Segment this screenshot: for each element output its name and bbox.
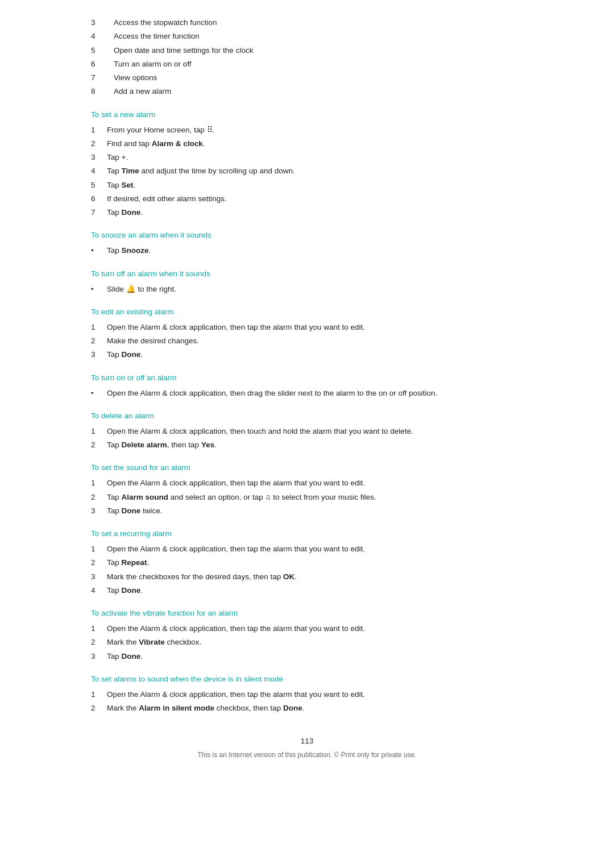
step-number: 1: [91, 124, 107, 136]
step-content: Open the Alarm & clock application, then…: [107, 477, 365, 489]
page-container: 3Access the stopwatch function4Access th…: [0, 0, 614, 868]
step-item: 2Make the desired changes.: [91, 335, 523, 347]
step-item: 1Open the Alarm & clock application, the…: [91, 689, 523, 700]
bullet-content: Tap Snooze.: [107, 245, 151, 256]
section-heading: To delete an alarm: [91, 412, 523, 420]
step-number: 1: [91, 543, 107, 555]
step-item: 1Open the Alarm & clock application, the…: [91, 426, 523, 437]
bullet-content: Slide 🔔 to the right.: [107, 284, 176, 295]
step-number: 4: [91, 585, 107, 596]
steps-list: 1Open the Alarm & clock application, the…: [91, 623, 523, 662]
step-item: 2Tap Repeat.: [91, 557, 523, 568]
step-content: Open the Alarm & clock application, then…: [107, 426, 413, 437]
item-content: Open date and time settings for the cloc…: [114, 45, 253, 56]
step-item: 7Tap Done.: [91, 207, 523, 218]
section-heading: To set alarms to sound when the device i…: [91, 675, 523, 683]
item-content: Access the timer function: [114, 31, 200, 42]
step-content: Open the Alarm & clock application, then…: [107, 543, 365, 555]
step-number: 3: [91, 571, 107, 583]
section-heading: To snooze an alarm when it sounds: [91, 231, 523, 239]
step-content: Mark the Vibrate checkbox.: [107, 637, 201, 648]
step-number: 2: [91, 439, 107, 451]
page-number: 113: [91, 737, 523, 745]
step-number: 2: [91, 138, 107, 149]
step-content: Find and tap Alarm & clock.: [107, 138, 205, 149]
step-content: Tap Repeat.: [107, 557, 149, 568]
step-item: 2Mark the Vibrate checkbox.: [91, 637, 523, 648]
step-item: 1Open the Alarm & clock application, the…: [91, 477, 523, 489]
step-number: 1: [91, 322, 107, 333]
intro-list: 3Access the stopwatch function4Access th…: [91, 17, 523, 98]
step-content: Tap +.: [107, 152, 128, 163]
step-content: Make the desired changes.: [107, 335, 199, 347]
step-item: 3Tap Done twice.: [91, 505, 523, 517]
step-number: 2: [91, 703, 107, 714]
item-number: 7: [91, 72, 114, 84]
bullet-item: •Tap Snooze.: [91, 245, 523, 256]
item-number: 6: [91, 59, 114, 70]
section-heading: To turn on or off an alarm: [91, 373, 523, 382]
step-item: 2Find and tap Alarm & clock.: [91, 138, 523, 149]
bullet-marker: •: [91, 388, 107, 399]
steps-list: 1Open the Alarm & clock application, the…: [91, 477, 523, 517]
step-content: From your Home screen, tap ⠿.: [107, 124, 214, 136]
step-item: 1Open the Alarm & clock application, the…: [91, 543, 523, 555]
step-content: Mark the Alarm in silent mode checkbox, …: [107, 703, 304, 714]
step-item: 3Tap Done.: [91, 651, 523, 662]
step-content: Tap Done.: [107, 585, 143, 596]
step-content: Tap Delete alarm, then tap Yes.: [107, 439, 217, 451]
step-number: 7: [91, 207, 107, 218]
bullet-marker: •: [91, 284, 107, 295]
section-heading: To set a recurring alarm: [91, 529, 523, 538]
section-heading: To turn off an alarm when it sounds: [91, 269, 523, 278]
step-number: 2: [91, 637, 107, 648]
bullet-list: •Slide 🔔 to the right.: [91, 284, 523, 295]
step-content: Mark the checkboxes for the desired days…: [107, 571, 297, 583]
step-number: 5: [91, 180, 107, 191]
step-content: Tap Done twice.: [107, 505, 163, 517]
step-number: 2: [91, 557, 107, 568]
step-item: 3Tap Done.: [91, 349, 523, 360]
item-content: View options: [114, 72, 157, 84]
bullet-item: •Slide 🔔 to the right.: [91, 284, 523, 295]
section-heading: To set the sound for an alarm: [91, 463, 523, 472]
item-content: Add a new alarm: [114, 86, 171, 97]
step-number: 1: [91, 426, 107, 437]
steps-list: 1Open the Alarm & clock application, the…: [91, 543, 523, 596]
bullet-list: •Open the Alarm & clock application, the…: [91, 388, 523, 399]
step-item: 2Tap Alarm sound and select an option, o…: [91, 492, 523, 503]
steps-list: 1From your Home screen, tap ⠿.2Find and …: [91, 124, 523, 219]
step-item: 6If desired, edit other alarm settings.: [91, 193, 523, 205]
step-item: 2Mark the Alarm in silent mode checkbox,…: [91, 703, 523, 714]
step-content: Open the Alarm & clock application, then…: [107, 689, 365, 700]
step-content: Tap Alarm sound and select an option, or…: [107, 492, 376, 503]
section-heading: To edit an existing alarm: [91, 308, 523, 316]
bullet-item: •Open the Alarm & clock application, the…: [91, 388, 523, 399]
item-content: Access the stopwatch function: [114, 17, 217, 28]
footer-note: This is an Internet version of this publ…: [91, 751, 523, 759]
step-number: 2: [91, 492, 107, 503]
step-item: 4Tap Time and adjust the time by scrolli…: [91, 165, 523, 177]
step-item: 3Mark the checkboxes for the desired day…: [91, 571, 523, 583]
step-number: 3: [91, 152, 107, 163]
step-number: 6: [91, 193, 107, 205]
bullet-list: •Tap Snooze.: [91, 245, 523, 256]
step-number: 2: [91, 335, 107, 347]
step-content: Open the Alarm & clock application, then…: [107, 322, 365, 333]
step-content: Tap Time and adjust the time by scrollin…: [107, 165, 295, 177]
intro-list-item: 4Access the timer function: [91, 31, 523, 42]
step-content: Tap Set.: [107, 180, 135, 191]
steps-list: 1Open the Alarm & clock application, the…: [91, 426, 523, 451]
step-item: 1Open the Alarm & clock application, the…: [91, 322, 523, 333]
step-number: 3: [91, 349, 107, 360]
step-number: 3: [91, 505, 107, 517]
item-number: 5: [91, 45, 114, 56]
sections-container: To set a new alarm1From your Home screen…: [91, 110, 523, 715]
bullet-content: Open the Alarm & clock application, then…: [107, 388, 437, 399]
step-item: 1Open the Alarm & clock application, the…: [91, 623, 523, 634]
bullet-marker: •: [91, 245, 107, 256]
step-content: If desired, edit other alarm settings.: [107, 193, 227, 205]
steps-list: 1Open the Alarm & clock application, the…: [91, 689, 523, 715]
intro-list-item: 3Access the stopwatch function: [91, 17, 523, 28]
step-item: 2Tap Delete alarm, then tap Yes.: [91, 439, 523, 451]
